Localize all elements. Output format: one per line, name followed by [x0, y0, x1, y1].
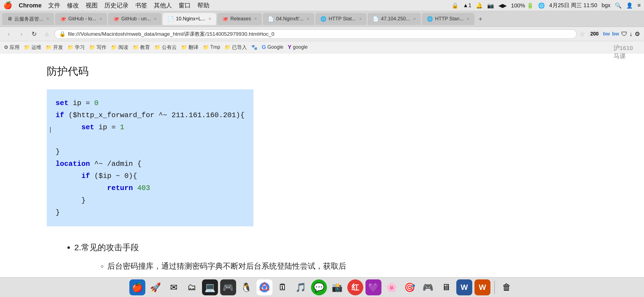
address-bar[interactable]: 🔒 file:///Volumes/Macintosh/mweb_data/im…	[54, 29, 577, 39]
folder-icon: 📁	[133, 44, 139, 50]
bullet-item-1: 2.常见的攻击手段	[74, 240, 627, 255]
tab-favicon: 🐙	[60, 16, 66, 22]
bookmark-label: google	[293, 44, 308, 50]
tab-nginx-ft[interactable]: 📄 04.Nginxft'... ×	[263, 13, 314, 25]
ext-gear-icon[interactable]: ⚙	[635, 31, 640, 38]
bookmark-label: 教育	[140, 44, 150, 51]
menubar-user: bgx	[602, 2, 610, 9]
folder-icon: 📁	[203, 44, 209, 50]
dock-game1[interactable]: 🎮	[220, 279, 236, 295]
bookmark-yahoo[interactable]: Y google	[288, 44, 308, 50]
tab-label: HTTP Stat...	[329, 16, 356, 22]
tab-http-stat[interactable]: 🌐 HTTP Stat... ×	[315, 13, 367, 25]
dock-chrome[interactable]	[256, 279, 272, 295]
menubar-search-icon[interactable]: 🔍	[615, 2, 622, 9]
bookmark-cloud[interactable]: 📁 公有云	[154, 44, 177, 51]
bookmark-tmp[interactable]: 📁 Tmp	[203, 44, 220, 50]
bookmark-label: 运维	[31, 44, 41, 51]
ext-shield-icon[interactable]: 🛡	[621, 31, 627, 38]
dock-app-red[interactable]: 红	[347, 279, 363, 295]
dock-app-word2[interactable]: W	[474, 279, 490, 295]
menubar: 🍎 Chrome 文件 修改 视图 历史记录 书签 其他人 窗口 帮助 🔒 ▲1…	[0, 0, 644, 11]
bookmark-star-icon[interactable]: ☆	[579, 30, 585, 38]
tab-close-btn[interactable]: ×	[47, 16, 49, 21]
tab-github-un[interactable]: 🐙 GitHub - un... ×	[108, 13, 162, 25]
bookmark-read[interactable]: 📁 阅读	[111, 44, 128, 51]
dock-app-target[interactable]: 🎯	[402, 279, 418, 295]
tab-close-btn[interactable]: ×	[254, 16, 257, 21]
forward-button[interactable]: ›	[17, 29, 26, 39]
menubar-others[interactable]: 其他人	[154, 1, 172, 10]
bookmark-google[interactable]: G Google	[262, 44, 283, 50]
tab-github-lo[interactable]: 🐙 GitHub - lo... ×	[55, 13, 107, 25]
dock-finder[interactable]: 🍎	[129, 279, 145, 295]
bookmark-apps[interactable]: ⚙ 应用	[4, 44, 20, 51]
tab-close-btn[interactable]: ×	[99, 16, 102, 21]
ext-down-icon[interactable]: ↓	[629, 31, 632, 38]
dock-app-purple[interactable]: 💜	[365, 279, 381, 295]
menubar-camera-icon: 📷	[487, 2, 494, 9]
dock-mail[interactable]: ✉	[166, 279, 182, 295]
tab-favicon: 🌐	[427, 16, 433, 22]
bookmark-edu[interactable]: 📁 教育	[133, 44, 150, 51]
bookmark-label: 应用	[10, 44, 20, 51]
tab-close-btn[interactable]: ×	[359, 16, 362, 21]
bookmark-ops[interactable]: 📁 运维	[24, 44, 41, 51]
page-title: 防护代码	[47, 64, 627, 78]
ext-bw1[interactable]: bw	[603, 31, 610, 37]
tab-nginx-l[interactable]: 📄 10.Nginx+L... ×	[163, 13, 216, 25]
menubar-file[interactable]: 文件	[48, 1, 60, 10]
dock-app-pink[interactable]: 🌸	[384, 279, 400, 295]
bookmark-write[interactable]: 📁 写作	[89, 44, 107, 51]
apple-menu[interactable]: 🍎	[3, 1, 12, 10]
tab-close-btn[interactable]: ×	[413, 16, 416, 21]
menubar-view[interactable]: 视图	[86, 1, 98, 10]
dock-photos[interactable]: 📸	[329, 279, 345, 295]
tab-close-btn[interactable]: ×	[307, 16, 309, 21]
dock-app-game2[interactable]: 🎮	[420, 279, 436, 295]
ext-200[interactable]: 200	[588, 30, 601, 38]
menubar-profile-icon[interactable]: 👤	[626, 2, 633, 9]
tab-http-stan[interactable]: 🌐 HTTP Stan... ×	[422, 13, 474, 25]
menubar-edit[interactable]: 修改	[67, 1, 79, 10]
dock-calendar[interactable]: 🗓	[275, 279, 291, 295]
dock-files[interactable]: 🗂	[184, 279, 200, 295]
home-button[interactable]: ⌂	[42, 29, 52, 39]
bookmark-label: 翻译	[189, 44, 198, 51]
menubar-window[interactable]: 窗口	[179, 1, 191, 10]
tab-ip-addr[interactable]: 📄 47.104.250... ×	[368, 13, 421, 25]
tab-releases[interactable]: 🐙 Releases ×	[217, 13, 262, 25]
tab-label: 47.104.250...	[381, 16, 410, 22]
menubar-bookmarks[interactable]: 书签	[135, 1, 147, 10]
menubar-chrome[interactable]: Chrome	[19, 2, 42, 9]
ext-bw2[interactable]: bw	[612, 31, 619, 37]
dock-launchpad[interactable]: 🚀	[148, 279, 163, 295]
menubar-help[interactable]: 帮助	[197, 1, 209, 10]
dock-app-screen[interactable]: 🖥	[438, 279, 454, 295]
dock-messages[interactable]: 💬	[311, 279, 327, 295]
tab-close-btn[interactable]: ×	[467, 16, 469, 21]
new-tab-button[interactable]: +	[476, 14, 485, 24]
back-button[interactable]: ‹	[4, 29, 14, 39]
bookmark-imported[interactable]: 📁 已导入	[225, 44, 247, 51]
tab-close-btn[interactable]: ×	[154, 16, 157, 21]
refresh-button[interactable]: ↻	[29, 29, 39, 39]
dock-trash[interactable]: 🗑	[499, 279, 515, 295]
dock-app-word[interactable]: W	[456, 279, 472, 295]
dock-terminal[interactable]: 💻	[202, 279, 218, 295]
tab-label: GitHub - lo...	[68, 16, 96, 22]
menubar-menu-icon[interactable]: ≡	[637, 2, 641, 9]
folder-icon: 📁	[225, 44, 231, 50]
dock-music[interactable]: 🎵	[293, 279, 309, 295]
dock-linux[interactable]: 🐧	[238, 279, 254, 295]
bookmark-dev[interactable]: 📁 开发	[46, 44, 63, 51]
tab-cloud-server[interactable]: 🖥 云服务器管... ×	[2, 13, 54, 25]
code-line-7: if ($ip ~ 0){	[56, 170, 245, 182]
code-line-1: set ip = 0	[56, 97, 245, 109]
bookmark-translate[interactable]: 📁 翻译	[181, 44, 198, 51]
bookmark-paw[interactable]: 🐾	[251, 44, 257, 50]
tab-close-btn[interactable]: ×	[209, 16, 211, 21]
menubar-history[interactable]: 历史记录	[104, 1, 129, 10]
bookmark-learn[interactable]: 📁 学习	[67, 44, 85, 51]
bookmarks-bar: ⚙ 应用 📁 运维 📁 开发 📁 学习 📁 写作 📁 阅读 📁 教育 📁 公有云…	[0, 41, 644, 53]
